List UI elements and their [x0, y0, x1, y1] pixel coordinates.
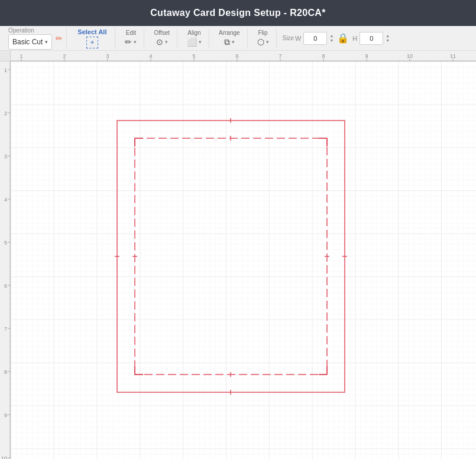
rl3: 3 [4, 154, 7, 159]
align-icon[interactable]: ⬜ [187, 37, 197, 47]
offset-dropdown-icon[interactable]: ▾ [165, 39, 168, 45]
rl4: 4 [4, 197, 7, 203]
ruler-left-overlay: 1 2 3 4 5 6 7 8 9 10 [0, 61, 11, 459]
rl1: 1 [4, 67, 7, 73]
arrange-dropdown-icon[interactable]: ▾ [232, 39, 235, 45]
toolbar: Operation Basic Cut ▾ ✏ Select All + Edi… [0, 26, 476, 51]
ruler-top-svg: 1 2 3 4 5 6 7 8 9 10 11 [11, 51, 476, 61]
operation-select[interactable]: Basic Cut ▾ [8, 34, 52, 50]
title-bar: Cutaway Card Design Setup - R20CA* [0, 0, 476, 26]
width-input[interactable] [303, 32, 327, 45]
arrange-item: Arrange ⧉ ▾ [215, 28, 244, 48]
height-controls: H ▲ ▼ [352, 32, 390, 45]
rl8: 8 [4, 369, 7, 375]
r8: 8 [322, 53, 325, 59]
arrange-group: Arrange ⧉ ▾ [212, 28, 248, 48]
edit-dropdown-icon[interactable]: ▾ [134, 39, 137, 45]
app-title: Cutaway Card Design Setup - R20CA* [150, 8, 325, 18]
align-dropdown-icon[interactable]: ▾ [199, 39, 202, 45]
offset-controls: ⊙ ▾ [156, 37, 168, 47]
r4: 4 [149, 53, 152, 59]
align-controls: ⬜ ▾ [187, 37, 202, 47]
grid-background [11, 61, 476, 459]
main-drawing-area[interactable]: 1 2 3 4 5 6 7 8 9 10 11 1 2 3 4 5 6 7 8 … [11, 61, 476, 459]
edit-item: Edit ✏ ▾ [121, 28, 140, 48]
select-all-icon: + [86, 37, 98, 48]
ruler-top-overlay: 1 2 3 4 5 6 7 8 9 10 11 [11, 51, 476, 61]
height-label: H [352, 35, 357, 42]
r10: 10 [407, 53, 413, 59]
edit-icon[interactable]: ✏ [125, 37, 132, 47]
r11: 11 [450, 53, 456, 59]
r5: 5 [192, 53, 195, 59]
flip-item: Flip ⬡ ▾ [254, 28, 273, 48]
rl5: 5 [4, 240, 7, 246]
operation-chevron-icon: ▾ [45, 39, 48, 45]
pencil-icon[interactable]: ✏ [56, 34, 63, 43]
edit-label: Edit [126, 30, 136, 36]
select-all-label: Select All [77, 28, 106, 35]
edit-controls: ✏ ▾ [125, 37, 137, 47]
select-all-button[interactable]: Select All + [73, 27, 111, 50]
ruler-left-svg: 1 2 3 4 5 6 7 8 9 10 [0, 61, 11, 459]
size-group: Size W ▲ ▼ 🔒 H ▲ ▼ [279, 32, 394, 45]
rl10: 10 [1, 455, 7, 459]
operation-label: Operation [8, 27, 34, 34]
width-up-icon[interactable]: ▲ [329, 34, 333, 38]
size-controls: W ▲ ▼ [295, 32, 333, 45]
select-all-group: Select All + [69, 27, 115, 50]
height-up-icon[interactable]: ▲ [386, 34, 390, 38]
operation-wrapper: Operation Basic Cut ▾ [8, 27, 52, 50]
align-label: Align [187, 30, 200, 36]
flip-group: Flip ⬡ ▾ [250, 28, 277, 48]
canvas-area[interactable]: 1 2 3 4 5 6 7 8 9 10 11 1 2 3 4 5 6 7 8 … [0, 51, 476, 459]
arrange-icon[interactable]: ⧉ [224, 37, 230, 47]
flip-controls: ⬡ ▾ [257, 37, 269, 47]
r7: 7 [279, 53, 281, 59]
align-item: Align ⬜ ▾ [183, 28, 205, 48]
r3: 3 [106, 53, 109, 59]
plus-icon: + [90, 38, 94, 47]
rl7: 7 [4, 326, 7, 332]
r1: 1 [20, 53, 22, 59]
operation-group: Operation Basic Cut ▾ ✏ [5, 27, 67, 50]
lock-wrapper: 🔒 [337, 32, 349, 44]
offset-group: Offset ⊙ ▾ [147, 28, 177, 48]
lock-icon[interactable]: 🔒 [337, 32, 349, 44]
offset-icon[interactable]: ⊙ [156, 37, 163, 47]
height-input[interactable] [360, 32, 383, 45]
offset-label: Offset [154, 30, 170, 36]
rl9: 9 [4, 412, 7, 418]
align-group: Align ⬜ ▾ [180, 28, 209, 48]
width-down-icon[interactable]: ▼ [329, 38, 333, 43]
rl6: 6 [4, 283, 7, 289]
r9: 9 [365, 53, 368, 59]
height-down-icon[interactable]: ▼ [386, 38, 390, 43]
width-label: W [295, 35, 301, 42]
flip-icon[interactable]: ⬡ [257, 37, 264, 47]
size-label: Size [283, 35, 294, 41]
edit-group: Edit ✏ ▾ [118, 28, 144, 48]
r2: 2 [63, 53, 66, 59]
arrange-controls: ⧉ ▾ [224, 37, 235, 47]
operation-value: Basic Cut [12, 38, 43, 46]
flip-label: Flip [258, 30, 268, 36]
width-spinner[interactable]: ▲ ▼ [329, 34, 333, 43]
arrange-label: Arrange [219, 30, 240, 36]
r6: 6 [235, 53, 238, 59]
rl2: 2 [4, 110, 7, 116]
ruler-corner [0, 51, 11, 61]
flip-dropdown-icon[interactable]: ▾ [266, 39, 269, 45]
height-spinner[interactable]: ▲ ▼ [386, 34, 390, 43]
offset-item: Offset ⊙ ▾ [150, 28, 173, 48]
